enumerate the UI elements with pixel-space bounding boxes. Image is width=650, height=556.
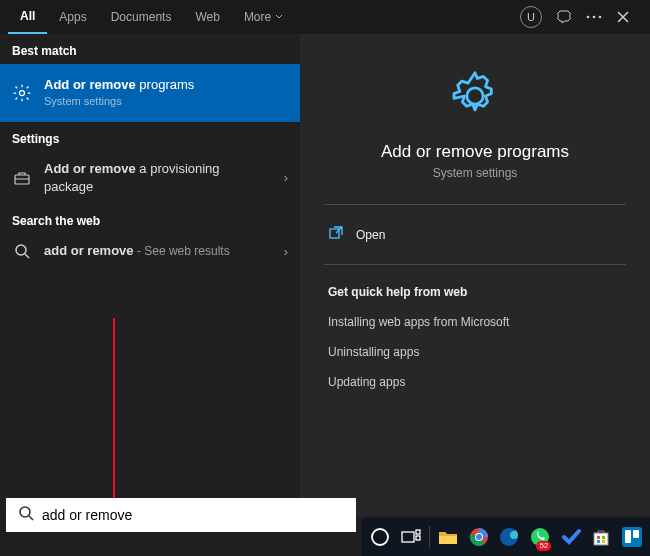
store-icon[interactable] <box>587 520 616 554</box>
section-settings: Settings <box>0 122 300 152</box>
trello-icon[interactable] <box>617 520 646 554</box>
svg-rect-14 <box>416 536 420 540</box>
svg-rect-22 <box>602 536 605 539</box>
svg-point-6 <box>467 88 483 104</box>
result-provisioning-package[interactable]: Add or remove a provisioning package › <box>0 152 300 204</box>
svg-point-3 <box>20 90 25 95</box>
whatsapp-badge: 52 <box>536 541 551 551</box>
feedback-icon[interactable] <box>556 9 572 25</box>
tab-documents[interactable]: Documents <box>99 0 184 34</box>
tab-more[interactable]: More <box>232 0 295 34</box>
svg-rect-20 <box>594 533 608 545</box>
quick-help-link-2[interactable]: Updating apps <box>324 367 626 397</box>
svg-rect-23 <box>597 540 600 543</box>
svg-point-10 <box>20 507 30 517</box>
search-input[interactable] <box>42 507 344 523</box>
svg-point-0 <box>587 16 590 19</box>
tab-bar: All Apps Documents Web More U <box>0 0 650 34</box>
tab-apps[interactable]: Apps <box>47 0 98 34</box>
detail-title: Add or remove programs <box>381 142 569 162</box>
section-search-web: Search the web <box>0 204 300 234</box>
svg-point-2 <box>599 16 602 19</box>
quick-help-link-0[interactable]: Installing web apps from Microsoft <box>324 307 626 337</box>
results-panel: Best match Add or remove programs System… <box>0 34 300 516</box>
gear-icon <box>447 68 503 128</box>
svg-point-5 <box>16 245 26 255</box>
open-button[interactable]: Open <box>324 213 626 256</box>
svg-rect-24 <box>602 540 605 543</box>
edge-icon[interactable] <box>495 520 524 554</box>
file-explorer-icon[interactable] <box>434 520 463 554</box>
chevron-right-icon: › <box>284 244 288 259</box>
detail-panel: Add or remove programs System settings O… <box>300 34 650 516</box>
svg-rect-12 <box>402 532 414 542</box>
result-web-search[interactable]: add or remove - See web results › <box>0 234 300 268</box>
svg-rect-13 <box>416 530 420 534</box>
whatsapp-icon[interactable]: 52 <box>526 520 555 554</box>
section-best-match: Best match <box>0 34 300 64</box>
svg-rect-7 <box>330 229 339 238</box>
task-view-icon[interactable] <box>397 520 426 554</box>
quick-help-heading: Get quick help from web <box>324 273 626 307</box>
svg-point-17 <box>476 534 482 540</box>
search-box[interactable] <box>6 498 356 532</box>
more-options-icon[interactable] <box>586 15 602 19</box>
open-icon <box>328 225 344 244</box>
svg-rect-26 <box>625 530 631 543</box>
chevron-right-icon: › <box>284 170 288 185</box>
search-icon <box>12 243 32 259</box>
chrome-icon[interactable] <box>465 520 494 554</box>
cortana-icon[interactable] <box>366 520 395 554</box>
svg-point-11 <box>372 529 388 545</box>
gear-icon <box>12 81 32 105</box>
tab-web[interactable]: Web <box>183 0 231 34</box>
svg-rect-27 <box>633 530 639 538</box>
svg-rect-21 <box>597 536 600 539</box>
quick-help-link-1[interactable]: Uninstalling apps <box>324 337 626 367</box>
tab-all[interactable]: All <box>8 0 47 34</box>
todo-icon[interactable] <box>556 520 585 554</box>
taskbar: 52 <box>362 518 650 556</box>
search-icon <box>18 505 34 525</box>
detail-subtitle: System settings <box>433 166 518 180</box>
user-avatar[interactable]: U <box>520 6 542 28</box>
svg-point-1 <box>593 16 596 19</box>
close-icon[interactable] <box>616 10 630 24</box>
result-add-remove-programs[interactable]: Add or remove programs System settings <box>0 64 300 122</box>
briefcase-icon <box>12 169 32 187</box>
